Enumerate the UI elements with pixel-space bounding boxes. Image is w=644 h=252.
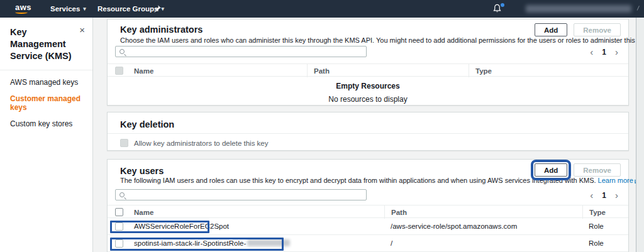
key-users-search[interactable] (115, 189, 367, 200)
key-deletion-option: Allow key administrators to delete this … (120, 139, 268, 147)
remove-button[interactable]: Remove (574, 23, 621, 36)
row-path: /aws-service-role/spot.amazonaws.com (391, 222, 589, 230)
search-icon (119, 192, 125, 197)
learn-more-link[interactable]: Learn more (598, 177, 633, 184)
search-input[interactable] (128, 47, 366, 56)
sidebar-header: Key Management Service (KMS) × (0, 18, 92, 70)
empty-state: Empty Resources No resources to display (108, 82, 628, 104)
kms-console-page: aws Services ▾ Resource Groups ▾ Key Man… (0, 0, 644, 252)
key-administrators-table-header: Name Path Type (108, 63, 628, 77)
column-header-type: Type (469, 64, 621, 77)
row-checkbox[interactable] (115, 239, 123, 248)
search-icon (119, 49, 125, 54)
column-header-path: Path (307, 64, 475, 77)
pushpin-icon[interactable] (153, 4, 162, 13)
key-administrators-actions: Add Remove (535, 23, 621, 36)
remove-button[interactable]: Remove (574, 163, 621, 177)
key-administrators-description: Choose the IAM users and roles who can a… (120, 36, 644, 44)
key-deletion-card: Key deletion Allow key administrators to… (107, 112, 629, 151)
key-administrators-search[interactable] (115, 46, 367, 57)
table-row[interactable]: spotinst-iam-stack-lir-SpotinstRole- / R… (108, 235, 628, 252)
notification-dot-badge (501, 3, 504, 7)
chevron-right-icon[interactable]: › (615, 47, 618, 57)
page-number[interactable]: 1 (602, 48, 606, 57)
key-administrators-card: Key administrators Choose the IAM users … (107, 19, 629, 106)
column-header-path: Path (384, 205, 589, 219)
column-header-type: Type (582, 205, 621, 219)
row-name: AWSServiceRoleForEC2Spot (134, 222, 391, 230)
table-row[interactable]: AWSServiceRoleForEC2Spot /aws-service-ro… (108, 218, 628, 235)
select-all-checkbox (115, 67, 123, 75)
column-header-name: Name (134, 209, 391, 216)
help-panel-rail[interactable] (636, 18, 644, 252)
caret-down-icon: ▾ (162, 6, 165, 12)
row-type: Role (589, 222, 621, 230)
redacted-text (247, 239, 290, 246)
sidebar-title: Key Management Service (KMS) (10, 26, 73, 62)
key-users-table-header: Name Path Type (108, 205, 628, 218)
sidebar-divider (0, 70, 92, 70)
nav-resource-groups-label: Resource Groups (97, 5, 158, 13)
allow-deletion-checkbox[interactable] (120, 139, 128, 147)
sidebar-item-aws-managed-keys[interactable]: AWS managed keys (0, 74, 92, 90)
key-administrators-pagination: ‹ 1 › (590, 47, 618, 57)
add-button[interactable]: Add (535, 23, 567, 36)
row-type: Role (589, 239, 621, 247)
aws-logo[interactable]: aws (15, 3, 31, 14)
empty-state-title: Empty Resources (108, 82, 628, 90)
row-name-text: spotinst-iam-stack-lir-SpotinstRole- (134, 239, 246, 247)
aws-navbar: aws Services ▾ Resource Groups ▾ (0, 0, 644, 18)
key-users-card: Key users The following IAM users and ro… (107, 159, 629, 252)
key-users-title: Key users (120, 166, 164, 176)
column-header-name: Name (134, 67, 313, 75)
description-text: Choose the IAM users and roles who can a… (120, 36, 644, 44)
add-button-highlighted[interactable]: Add (535, 163, 567, 177)
key-users-actions: Add Remove (535, 163, 621, 177)
card-divider (108, 133, 628, 134)
sidebar-item-customer-managed-keys[interactable]: Customer managed keys (0, 90, 92, 116)
caret-down-icon: ▾ (83, 6, 86, 12)
search-input[interactable] (128, 190, 366, 199)
kms-sidebar: Key Management Service (KMS) × AWS manag… (0, 18, 93, 252)
sidebar-item-custom-key-stores[interactable]: Custom key stores (0, 116, 92, 132)
nav-edge-mark (637, 6, 643, 12)
chevron-left-icon[interactable]: ‹ (590, 190, 593, 200)
key-users-pagination: ‹ 1 › (590, 190, 618, 200)
nav-services-menu[interactable]: Services ▾ (50, 0, 86, 18)
description-text: The following IAM users and roles can us… (120, 177, 596, 184)
empty-state-message: No resources to display (108, 95, 628, 104)
allow-deletion-label: Allow key administrators to delete this … (134, 140, 268, 147)
row-path: / (391, 239, 589, 247)
chevron-left-icon[interactable]: ‹ (590, 47, 593, 57)
row-name: spotinst-iam-stack-lir-SpotinstRole- (134, 239, 391, 247)
notifications-bell[interactable] (492, 4, 504, 14)
chevron-right-icon[interactable]: › (615, 190, 618, 200)
nav-services-label: Services (50, 5, 80, 13)
key-users-description: The following IAM users and roles can us… (120, 177, 640, 184)
close-icon[interactable]: × (79, 25, 85, 35)
key-deletion-title: Key deletion (120, 119, 174, 129)
aws-logo-text: aws (15, 3, 31, 12)
select-all-checkbox[interactable] (115, 208, 123, 216)
redacted-account-info (526, 5, 631, 13)
row-checkbox[interactable] (115, 222, 123, 231)
key-administrators-title: Key administrators (120, 25, 203, 35)
page-number[interactable]: 1 (602, 191, 606, 200)
